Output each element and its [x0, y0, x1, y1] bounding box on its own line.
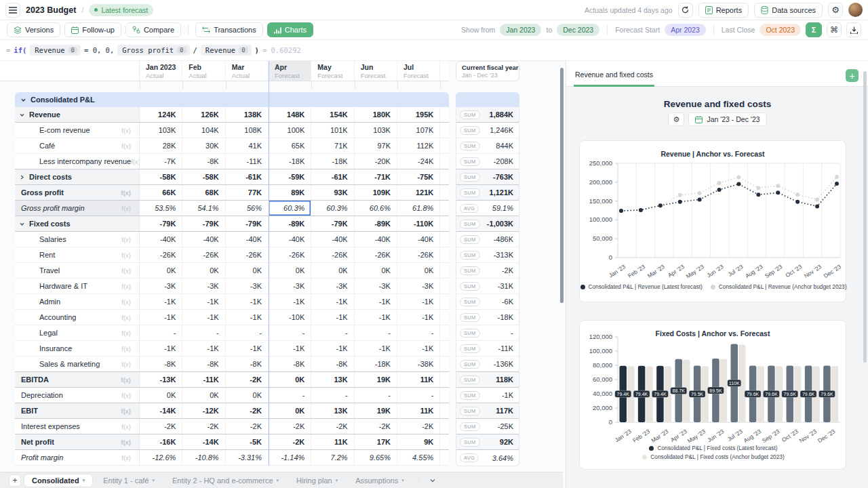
formula-indicator[interactable]: f(x): [121, 314, 139, 321]
row-label[interactable]: Caféf(x): [15, 138, 140, 153]
summary-row[interactable]: SUM-2K: [456, 263, 519, 279]
cell[interactable]: -: [397, 325, 440, 340]
cell[interactable]: -3K: [182, 279, 225, 293]
cell[interactable]: -1K: [311, 294, 354, 309]
cell[interactable]: -5K: [226, 434, 269, 449]
row-label[interactable]: Profit marginf(x): [15, 450, 140, 465]
formula-bar[interactable]: = if( Revenue0 = 0, 0, Gross profit0 / R…: [0, 40, 868, 61]
cell[interactable]: -10K: [269, 310, 311, 325]
summary-row[interactable]: SUM-313K: [456, 247, 519, 263]
cell[interactable]: -2K: [269, 419, 311, 434]
summary-row[interactable]: SUM-6K: [456, 294, 519, 310]
cell[interactable]: -79K: [140, 216, 182, 231]
cell[interactable]: 56%: [226, 201, 269, 216]
cell[interactable]: -12.6%: [140, 450, 182, 465]
charts-button[interactable]: Charts: [267, 22, 313, 37]
column-header-mar[interactable]: MarActual: [226, 61, 269, 81]
formula-indicator[interactable]: f(x): [121, 361, 139, 368]
cell[interactable]: -26K: [269, 247, 311, 262]
column-header-jan-2023[interactable]: Jan 2023Actual: [140, 61, 182, 81]
cell[interactable]: -2K: [182, 419, 225, 434]
cell[interactable]: -1K: [182, 341, 225, 356]
row-label[interactable]: Gross profitf(x): [15, 185, 140, 200]
cell[interactable]: -89K: [269, 216, 311, 231]
formula-chip-gross-profit[interactable]: Gross profit0: [117, 45, 189, 56]
cell[interactable]: -2K: [226, 372, 269, 387]
compare-button[interactable]: Compare: [125, 22, 181, 37]
cell[interactable]: 65K: [269, 138, 311, 153]
forecast-start-chip[interactable]: Apr 2023: [665, 24, 706, 36]
cell[interactable]: -: [226, 325, 269, 340]
cell[interactable]: 103K: [140, 123, 182, 138]
sheet-list-button[interactable]: [426, 474, 439, 487]
cell[interactable]: -8K: [269, 357, 311, 371]
cell[interactable]: -12K: [182, 403, 225, 418]
cell[interactable]: -40K: [182, 232, 225, 247]
summary-row[interactable]: SUM1,246K: [456, 123, 519, 138]
cell[interactable]: -: [355, 325, 397, 340]
summary-row[interactable]: SUM-1,003K: [456, 216, 519, 232]
cell[interactable]: 7.2%: [311, 450, 354, 465]
formula-indicator[interactable]: f(x): [121, 205, 139, 212]
cell[interactable]: -18K: [269, 154, 311, 169]
cell[interactable]: 93K: [311, 185, 354, 200]
row-label[interactable]: Travelf(x): [15, 263, 140, 278]
cell[interactable]: 60.3%: [269, 201, 311, 216]
cell[interactable]: -79K: [226, 216, 269, 231]
cell[interactable]: 0K: [226, 263, 269, 278]
cell[interactable]: 0K: [311, 263, 354, 278]
download-button[interactable]: [846, 22, 861, 37]
refresh-button[interactable]: [678, 3, 693, 18]
row-label[interactable]: Net profitf(x): [15, 434, 140, 449]
formula-chip-revenue-2[interactable]: Revenue0: [201, 45, 252, 56]
cell[interactable]: -38K: [397, 357, 440, 371]
settings-button[interactable]: ⚙: [828, 3, 843, 18]
formula-indicator[interactable]: f(x): [121, 392, 139, 399]
cell[interactable]: -1K: [269, 294, 311, 309]
cell[interactable]: 109K: [355, 185, 397, 200]
cell[interactable]: 60.6%: [355, 201, 397, 216]
row-label[interactable]: Direct costs: [15, 169, 140, 184]
cell[interactable]: -1K: [269, 341, 311, 356]
cell[interactable]: -2K: [355, 419, 397, 434]
summary-row[interactable]: SUM-208K: [456, 154, 519, 169]
summary-row[interactable]: AVG3.64%: [456, 450, 519, 466]
cell[interactable]: -: [355, 388, 397, 403]
cell[interactable]: -14K: [182, 434, 225, 449]
panel-scrollbar[interactable]: [863, 71, 867, 363]
cell[interactable]: -2K: [311, 419, 354, 434]
cell[interactable]: -8K: [182, 154, 225, 169]
cell[interactable]: -79K: [182, 216, 225, 231]
cell[interactable]: -79K: [311, 216, 354, 231]
formula-indicator[interactable]: f(x): [121, 283, 139, 290]
reports-button[interactable]: Reports: [698, 3, 749, 18]
summary-row[interactable]: SUM1,884K: [456, 107, 519, 123]
summary-row[interactable]: SUM92K: [456, 434, 519, 450]
cell[interactable]: -2K: [226, 419, 269, 434]
cell[interactable]: 148K: [269, 107, 311, 122]
cell[interactable]: 19K: [355, 403, 397, 418]
cell[interactable]: -40K: [226, 232, 269, 247]
cell[interactable]: -: [311, 388, 354, 403]
shortcuts-button[interactable]: ⌘: [827, 22, 842, 37]
summary-row[interactable]: SUM-: [456, 325, 519, 341]
legend-item[interactable]: Consolidated P&L | Fixed costs (Latest f…: [649, 445, 777, 451]
cell[interactable]: -: [269, 388, 311, 403]
cell[interactable]: 0K: [182, 388, 225, 403]
vertical-scrollbar[interactable]: [560, 68, 564, 303]
cell[interactable]: 89K: [269, 185, 311, 200]
cell[interactable]: 0K: [226, 388, 269, 403]
cell[interactable]: -3K: [226, 279, 269, 293]
formula-indicator[interactable]: f(x): [121, 454, 139, 462]
summary-row[interactable]: SUM-31K: [456, 279, 519, 294]
cell[interactable]: 180K: [355, 107, 397, 122]
summary-row[interactable]: SUM-25K: [456, 419, 519, 434]
cell[interactable]: -40K: [397, 232, 440, 247]
cell[interactable]: -11K: [226, 154, 269, 169]
add-sheet-button[interactable]: +: [9, 474, 21, 487]
cell[interactable]: -: [311, 325, 354, 340]
row-label[interactable]: EBITDAf(x): [15, 372, 140, 387]
row-label[interactable]: Revenue: [15, 107, 140, 122]
cell[interactable]: -1K: [311, 341, 354, 356]
cell[interactable]: -2K: [397, 419, 440, 434]
